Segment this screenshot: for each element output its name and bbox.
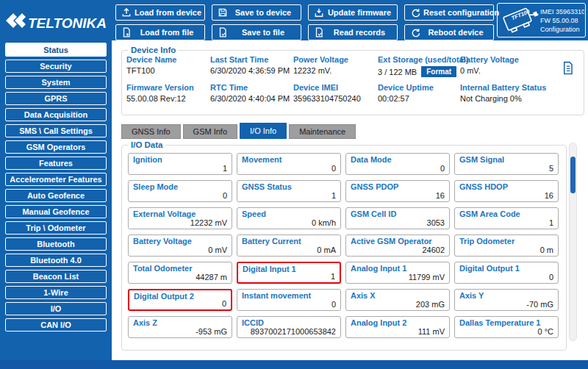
io-cell: Trip Odometer 0 m [454, 234, 559, 257]
sidebar-item-label: Auto Geofence [27, 191, 85, 200]
tab[interactable]: GSM Info [183, 124, 237, 139]
io-cell-value: 44287 m [196, 273, 227, 282]
device-info-value-text: 0 mV. [460, 66, 481, 75]
sidebar-item[interactable]: CAN I/O [5, 318, 107, 332]
io-cell: Speed 0 km/h [237, 207, 341, 229]
io-cell-value: 0 [223, 191, 227, 200]
toolbar: TELTONIKA Load from device Save to devic… [0, 0, 588, 40]
io-cell-label: GSM Area Code [459, 209, 520, 218]
device-info-value: Not Charging 0% [460, 94, 579, 103]
io-cell: Axis X 203 mG [345, 289, 450, 311]
toolbar-button[interactable]: Reset configuration [404, 4, 494, 21]
device-info-value-text: 12232 mV. [293, 66, 331, 75]
device-info-grid: Device Name TFT100 Last Start Time 6/30/… [122, 54, 584, 104]
io-cell-label: Axis X [351, 291, 376, 300]
device-info-label: Device Name [126, 55, 210, 64]
sidebar-item[interactable]: Trip \ Odometer [5, 221, 107, 234]
sidebar-item-label: 1-Wire [43, 288, 68, 297]
sidebar-item[interactable]: Bluetooth 4.0 [5, 254, 107, 267]
io-cell-label: Battery Voltage [133, 237, 192, 246]
io-cell: Total Odometer 44287 m [128, 262, 232, 284]
sidebar-item-label: Status [43, 46, 68, 54]
device-info-value: 55.00.08 Rev:12 [126, 94, 210, 103]
tab[interactable]: Maintenance [289, 124, 356, 139]
device-info-value: 6/30/2020 4:40:04 PM [210, 94, 293, 103]
toolbar-button-label: Load from device [135, 8, 201, 17]
device-info-value-text: 00:02:57 [378, 94, 409, 103]
sidebar-item[interactable]: Bluetooth [5, 237, 107, 251]
toolbar-button[interactable]: Load from file [115, 24, 205, 40]
tab[interactable]: I/O Info [240, 123, 287, 139]
toolbar-button[interactable]: Read records [308, 24, 398, 40]
device-info-value: 6/30/2020 4:36:59 PM [210, 66, 293, 75]
device-info-label: RTC Time [210, 83, 293, 92]
scrollbar-thumb[interactable] [570, 157, 576, 193]
device-badge: TFT100 IMEI 359633104750240 FW 55.00.08 … [497, 3, 586, 37]
sidebar-item-label: Data Acquisition [24, 110, 87, 119]
device-fw-line: FW 55.00.08 [540, 16, 584, 25]
sidebar-item[interactable]: Auto Geofence [5, 189, 107, 202]
vertical-scrollbar[interactable] [569, 143, 577, 341]
teltonika-logo: TELTONIKA [4, 7, 113, 35]
io-cell: Sleep Mode 0 [128, 180, 232, 202]
io-cell-label: Digital Output 2 [134, 292, 194, 301]
io-cell: Digital Input 1 1 [237, 262, 341, 284]
io-cell-label: Sleep Mode [133, 182, 178, 191]
sidebar-item[interactable]: I/O [5, 302, 107, 315]
io-cell: Axis Y -70 mG [454, 289, 559, 311]
io-cell-value: 16 [436, 191, 445, 200]
device-info-value-text: 6/30/2020 4:36:59 PM [210, 66, 290, 75]
toolbar-button-icon [314, 27, 324, 37]
toolbar-button-icon [410, 7, 420, 18]
toolbar-button[interactable]: Reboot device [404, 24, 494, 40]
toolbar-button-label: Reboot device [423, 28, 488, 37]
device-info-value-text: 55.00.08 Rev:12 [126, 94, 186, 103]
toolbar-button-icon [314, 7, 324, 18]
toolbar-button[interactable]: Save to file [212, 24, 301, 40]
sidebar-item[interactable]: GSM Operators [5, 140, 107, 154]
io-cell-label: GNSS Status [242, 182, 292, 191]
io-cell-label: GNSS HDOP [459, 182, 508, 191]
sidebar-item[interactable]: SMS \ Call Settings [5, 124, 107, 137]
io-cell-value: 0 °C [537, 327, 553, 336]
device-info-field: Ext Storage (used/total) 3 / 122 MBForma… [378, 55, 460, 77]
toolbar-button[interactable]: Load from device [115, 4, 205, 21]
sidebar-item[interactable]: Accelerometer Features [5, 173, 107, 186]
report-document-icon[interactable] [561, 60, 575, 76]
sidebar-item[interactable]: System [5, 76, 107, 89]
logo-text: TELTONIKA [28, 15, 107, 31]
sidebar-item[interactable]: Data Acquisition [5, 108, 107, 121]
tab[interactable]: GNSS Info [121, 124, 181, 139]
io-cell: Instant movement 0 [237, 289, 341, 311]
io-cell-label: Speed [242, 209, 266, 218]
toolbar-button[interactable]: Update firmware [308, 4, 398, 21]
io-cell: Digital Output 2 0 [128, 289, 232, 311]
sidebar-item[interactable]: GPRS [5, 92, 107, 105]
io-cell-value: -953 mG [196, 327, 227, 336]
toolbar-button[interactable]: Save to device [212, 4, 301, 21]
io-cell-label: External Voltage [133, 209, 196, 218]
toolbar-button-label: Load from file [135, 28, 199, 37]
sidebar-item-label: SMS \ Call Settings [19, 126, 93, 135]
sidebar-item[interactable]: Beacon List [5, 270, 107, 283]
device-info-label: Ext Storage (used/total) [378, 55, 460, 64]
io-cell: Data Mode 0 [345, 153, 450, 175]
tab-label: I/O Info [250, 126, 276, 135]
device-imei-line: IMEI 359633104750240 [540, 7, 584, 16]
sidebar-item[interactable]: Manual Geofence [5, 205, 107, 218]
io-cell-value: 0 mV [208, 246, 227, 254]
device-info-value: 3 / 122 MBFormat [378, 66, 460, 77]
io-cell-value: 1 [331, 272, 335, 281]
sidebar-item[interactable]: 1-Wire [5, 286, 107, 299]
io-cell-label: Dallas Temperature 1 [459, 318, 540, 327]
sidebar-item[interactable]: Features [5, 157, 107, 170]
sidebar-item[interactable]: Status [5, 43, 107, 57]
sidebar-item[interactable]: Security [5, 60, 107, 73]
sidebar-item-label: Features [39, 159, 73, 168]
io-cell: GSM Area Code 1 [454, 207, 559, 229]
io-cell: GNSS Status 1 [237, 180, 341, 202]
format-button[interactable]: Format [421, 66, 456, 77]
io-cell-value: 0 [331, 300, 336, 309]
io-cell-label: Data Mode [351, 155, 392, 164]
io-cell: External Voltage 12232 mV [128, 207, 232, 229]
